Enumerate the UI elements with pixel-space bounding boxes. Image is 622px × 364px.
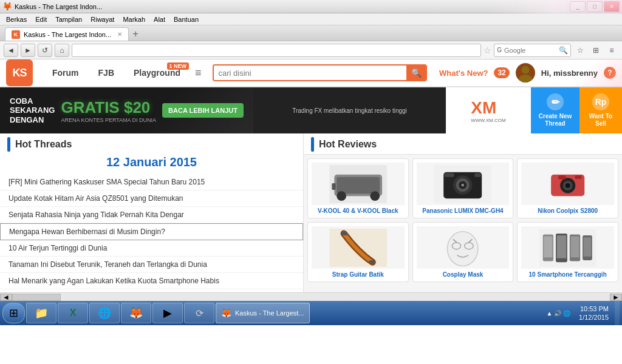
nav-playground[interactable]: Playground 1 NEW bbox=[124, 59, 190, 87]
ad-xm-logo[interactable]: XM WWW.XM.COM bbox=[446, 87, 531, 133]
maximize-button[interactable]: □ bbox=[587, 1, 603, 12]
search-input[interactable] bbox=[504, 47, 559, 54]
thread-item-4[interactable]: 10 Air Terjun Tertinggi di Dunia bbox=[0, 240, 303, 257]
taskbar-explorer[interactable]: 📁 bbox=[26, 303, 56, 323]
review-title-panasonic: Panasonic LUMIX DMC-GH4 bbox=[422, 207, 503, 214]
menu-berkas[interactable]: Berkas bbox=[2, 15, 30, 24]
thread-item-7[interactable]: Menengok Foto Masa Kecil CEO Kelas Dunia bbox=[0, 289, 303, 292]
forward-button[interactable]: ► bbox=[21, 44, 35, 57]
taskbar-media[interactable]: ▶ bbox=[152, 303, 183, 323]
taskbar-firefox[interactable]: 🦊 bbox=[121, 303, 151, 323]
menu-markah[interactable]: Markah bbox=[119, 15, 149, 24]
ad-amount: GRATIS $20 bbox=[61, 98, 156, 117]
bookmark-star[interactable]: ☆ bbox=[484, 46, 491, 55]
taskbar-update[interactable]: ⟳ bbox=[184, 303, 214, 323]
nav-fjb[interactable]: FJB bbox=[89, 59, 124, 87]
menu-edit[interactable]: Edit bbox=[32, 15, 50, 24]
hamburger-menu[interactable]: ≡ bbox=[195, 67, 202, 79]
taskbar-active-window[interactable]: 🦊 Kaskus - The Largest... bbox=[216, 303, 310, 323]
url-bar[interactable]: www.kaskus.co.id bbox=[72, 44, 481, 57]
toolbar-icon-2[interactable]: ⊞ bbox=[589, 44, 603, 57]
scroll-thumb[interactable] bbox=[12, 294, 61, 301]
kaskus-header: KS Forum FJB Playground 1 NEW ≡ 🔍 What's… bbox=[0, 59, 622, 87]
titlebar: 🦊 Kaskus - The Largest Indon... _ □ ✕ bbox=[0, 0, 622, 13]
menu-tampilan[interactable]: Tampilan bbox=[52, 15, 86, 24]
menu-riwayat[interactable]: Riwayat bbox=[87, 15, 118, 24]
new-tab-button[interactable]: + bbox=[129, 27, 142, 41]
close-button[interactable]: ✕ bbox=[604, 1, 620, 12]
taskbar-time: 10:53 PM bbox=[580, 305, 609, 313]
want-sell-label: Want To Sell bbox=[584, 113, 617, 127]
thread-item-3[interactable]: Mengapa Hewan Berhibernasi di Musim Ding… bbox=[0, 223, 303, 240]
back-button[interactable]: ◄ bbox=[4, 44, 18, 57]
tab-close-button[interactable]: ✕ bbox=[117, 31, 122, 38]
help-button[interactable]: ? bbox=[604, 67, 616, 79]
start-button[interactable]: ⊞ bbox=[2, 303, 25, 323]
user-avatar[interactable] bbox=[516, 63, 535, 83]
taskbar-excel[interactable]: X bbox=[58, 303, 88, 323]
review-img-cosplay bbox=[417, 226, 510, 269]
site-search-input[interactable] bbox=[214, 69, 407, 78]
reload-button[interactable]: ↺ bbox=[38, 44, 52, 57]
taskbar-date: 1/12/2015 bbox=[579, 313, 609, 322]
scroll-left[interactable]: ◄ bbox=[0, 294, 12, 301]
thread-item-6[interactable]: Hal Menarik yang Agan Lakukan Ketika Kuo… bbox=[0, 273, 303, 289]
taskbar-clock[interactable]: 10:53 PM 1/12/2015 bbox=[574, 305, 613, 322]
minimize-button[interactable]: _ bbox=[570, 1, 586, 12]
hot-reviews-title: Hot Reviews bbox=[319, 139, 377, 150]
site-search-button[interactable]: 🔍 bbox=[406, 64, 426, 81]
home-button[interactable]: ⌂ bbox=[55, 44, 69, 57]
thread-item-5[interactable]: Tanaman Ini Disebut Terunik, Teraneh dan… bbox=[0, 257, 303, 273]
toolbar-icon-1[interactable]: ☆ bbox=[573, 44, 587, 57]
scroll-right[interactable]: ► bbox=[610, 294, 622, 301]
media-icon: ▶ bbox=[163, 306, 172, 320]
tab-label: Kaskus - The Largest Indon... bbox=[24, 31, 111, 38]
show-desktop-button[interactable] bbox=[615, 301, 620, 325]
taskbar-ie[interactable]: 🌐 bbox=[89, 303, 120, 323]
ad-action-buttons: ✏ Create New Thread Rp Want To Sell bbox=[531, 87, 622, 133]
menu-bantuan[interactable]: Bantuan bbox=[170, 15, 202, 24]
review-cosplay[interactable]: Cosplay Mask bbox=[412, 222, 514, 282]
review-img-panasonic bbox=[417, 163, 510, 205]
svg-rect-36 bbox=[570, 236, 579, 257]
svg-rect-25 bbox=[369, 260, 374, 263]
kaskus-navigation: Forum FJB Playground 1 NEW bbox=[43, 59, 190, 87]
playground-badge: 1 NEW bbox=[167, 62, 190, 70]
scrollbar[interactable]: ◄ ► bbox=[0, 292, 622, 301]
svg-point-0 bbox=[521, 66, 529, 74]
review-smartphone[interactable]: 10 Smartphone Tercanggih bbox=[517, 222, 618, 282]
window-chrome: 🦊 Kaskus - The Largest Indon... _ □ ✕ Be… bbox=[0, 0, 622, 325]
thread-item-0[interactable]: [FR] Mini Gathering Kaskuser SMA Special… bbox=[0, 174, 303, 190]
ad-left-section: COBA SEKARANG DENGAN GRATIS $20 ARENA KO… bbox=[0, 87, 253, 133]
review-title-strap: Strap Guitar Batik bbox=[332, 271, 384, 278]
nav-forum[interactable]: Forum bbox=[43, 59, 89, 87]
site-search-bar[interactable]: 🔍 bbox=[213, 64, 428, 81]
thread-item-2[interactable]: Senjata Rahasia Ninja yang Tidak Pernah … bbox=[0, 207, 303, 223]
svg-rect-14 bbox=[445, 173, 454, 177]
svg-rect-4 bbox=[337, 177, 380, 194]
svg-point-1 bbox=[519, 75, 532, 83]
ie-icon: 🌐 bbox=[98, 306, 111, 320]
review-nikon[interactable]: Nikon Coolpix S2800 bbox=[517, 158, 618, 218]
titlebar-controls: _ □ ✕ bbox=[570, 1, 620, 12]
thread-item-1[interactable]: Update Kotak Hitam Air Asia QZ8501 yang … bbox=[0, 190, 303, 207]
toolbar-icon-3[interactable]: ≡ bbox=[605, 44, 618, 57]
review-panasonic[interactable]: Panasonic LUMIX DMC-GH4 bbox=[412, 158, 514, 218]
notification-count[interactable]: 32 bbox=[494, 67, 509, 78]
kaskus-logo[interactable]: KS bbox=[6, 59, 33, 86]
menu-alat[interactable]: Alat bbox=[150, 15, 169, 24]
whats-new-link[interactable]: What's New? bbox=[439, 69, 488, 78]
ad-cta-button[interactable]: BACA LEBIH LANJUT bbox=[162, 103, 244, 118]
reviews-grid: V-KOOL 40 & V-KOOL Black bbox=[304, 155, 622, 286]
review-vkool[interactable]: V-KOOL 40 & V-KOOL Black bbox=[307, 158, 409, 218]
create-thread-button[interactable]: ✏ Create New Thread bbox=[531, 87, 579, 133]
review-img-strap bbox=[312, 226, 405, 269]
active-tab[interactable]: K Kaskus - The Largest Indon... ✕ bbox=[5, 27, 129, 41]
scroll-track[interactable] bbox=[12, 294, 610, 301]
review-strap[interactable]: Strap Guitar Batik bbox=[307, 222, 409, 282]
want-sell-button[interactable]: Rp Want To Sell bbox=[579, 87, 622, 133]
review-img-nikon bbox=[521, 163, 614, 205]
username-label: Hi, missbrenny bbox=[541, 69, 598, 78]
url-input[interactable]: www.kaskus.co.id bbox=[76, 47, 477, 54]
excel-icon: X bbox=[70, 308, 77, 318]
